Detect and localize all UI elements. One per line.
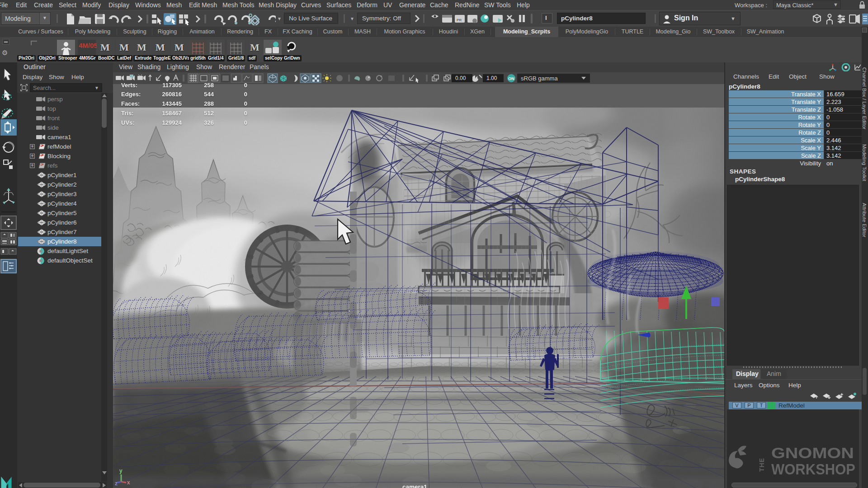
- svg-text:z: z: [115, 480, 118, 486]
- svg-text:PR: PR: [457, 18, 462, 22]
- svg-text:ON: ON: [508, 76, 514, 81]
- svg-text:y: y: [119, 468, 123, 474]
- svg-text:sRGB gamma: sRGB gamma: [521, 75, 558, 82]
- svg-text:WORKSHOP: WORKSHOP: [771, 460, 855, 478]
- svg-text:1.00: 1.00: [486, 75, 497, 81]
- svg-text:x: x: [127, 479, 130, 486]
- svg-text:GNOMON: GNOMON: [771, 444, 854, 461]
- svg-text:0.00: 0.00: [455, 75, 466, 81]
- svg-text:THE: THE: [758, 458, 765, 472]
